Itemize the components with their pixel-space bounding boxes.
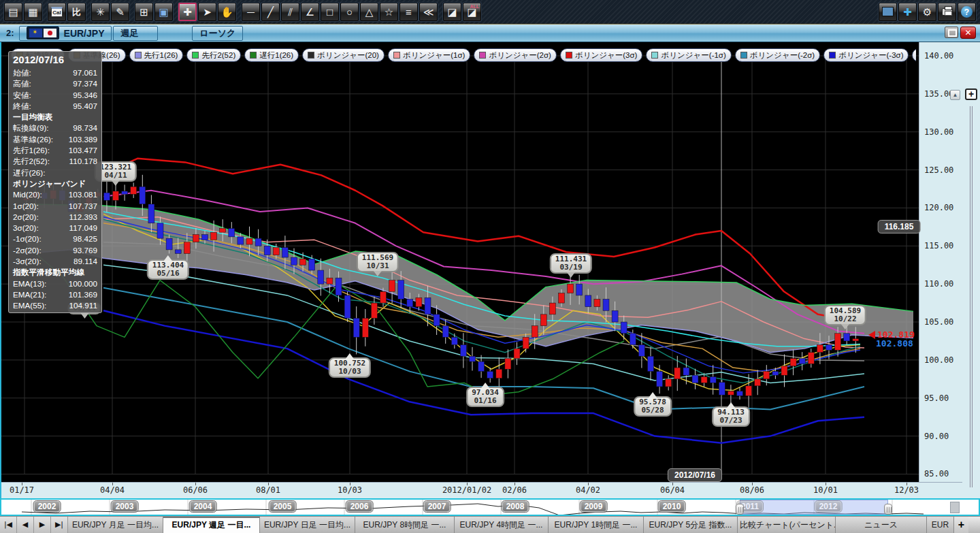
- rectangle-icon[interactable]: □: [321, 3, 339, 21]
- date-tick-label: 08/06: [740, 485, 764, 495]
- scroll-up-button[interactable]: ▲: [950, 90, 960, 100]
- settings-gear-icon[interactable]: ⚙: [918, 3, 936, 21]
- price-marker-label: 116.185: [878, 220, 921, 233]
- candle: [746, 386, 752, 396]
- legend-toggle-12[interactable]: EMA(13): [912, 48, 916, 62]
- legend-toggle-9[interactable]: ボリンジャー(-1σ): [646, 48, 731, 62]
- price-chart-canvas[interactable]: [1, 42, 919, 482]
- legend-toggle-3[interactable]: 先行2(52): [186, 48, 241, 62]
- legend-toggle-5[interactable]: ボリンジャー(20): [302, 48, 385, 62]
- price-axis[interactable]: 140.00135.00130.00125.00120.00115.00110.…: [919, 42, 962, 482]
- help-icon[interactable]: ?: [958, 3, 976, 21]
- tooltip-section-header: 指数平滑移動平均線: [13, 267, 97, 278]
- price-tick-label: 135.00: [924, 89, 953, 99]
- candle: [371, 303, 377, 318]
- candle: [817, 345, 823, 353]
- horizontal-line-icon[interactable]: ─: [242, 3, 260, 21]
- chart-tab-3[interactable]: EUR/JPY 8時間足 一...: [355, 517, 455, 533]
- symbol-selector[interactable]: EUR/JPY: [19, 26, 112, 41]
- year-badge-2005: 2005: [270, 501, 296, 512]
- date-tick-label: 12/03: [894, 485, 919, 495]
- year-badge-2004: 2004: [190, 501, 216, 512]
- restore-window-button[interactable]: [945, 27, 958, 38]
- new-chart-icon[interactable]: ▦: [24, 3, 42, 21]
- save-icon[interactable]: ▣: [154, 3, 173, 21]
- candle: [273, 248, 279, 255]
- candle: [630, 334, 636, 345]
- legend-toggle-10[interactable]: ボリンジャー(-2σ): [735, 48, 820, 62]
- chart-tab-1[interactable]: EUR/JPY 週足 一目...: [163, 517, 260, 533]
- main-toolbar: ▤▦Cal比✳✎⊞▣✚➤✋─╱⫽∠□○△☆≡≪◪◪ALL ✚⚙?: [0, 0, 980, 25]
- timeline-navigator[interactable]: 2002200320042005200620072008200920102011…: [0, 498, 980, 516]
- tooltip-section-header: 一目均衡表: [13, 112, 97, 123]
- navigator-end-box[interactable]: [950, 502, 960, 513]
- tab-scroll-last[interactable]: ▶|: [51, 517, 68, 533]
- selection-handle-left[interactable]: [736, 504, 744, 515]
- chart-tab-6[interactable]: EUR/JPY 5分足 指数...: [644, 517, 738, 533]
- swing-annotation: 111.56910/31: [357, 252, 399, 272]
- circle-icon[interactable]: ○: [340, 3, 359, 21]
- crosshair-icon[interactable]: ✚: [178, 3, 197, 21]
- add-tab-button[interactable]: +: [954, 517, 968, 533]
- selection-handle-right[interactable]: [884, 504, 892, 515]
- candle: [300, 259, 306, 265]
- timeframe-selector[interactable]: 週足: [113, 26, 158, 41]
- indicator-icon[interactable]: ✳: [91, 3, 110, 21]
- legend-color-swatch: [566, 52, 572, 59]
- legend-toggle-6[interactable]: ボリンジャー(1σ): [388, 48, 471, 62]
- hand-icon[interactable]: ✋: [218, 3, 236, 21]
- window-settings-icon[interactable]: ⊞: [135, 3, 153, 21]
- time-axis[interactable]: 01/1704/0406/0608/0110/032012/01/0202/06…: [1, 482, 962, 498]
- trend-line-icon[interactable]: ╱: [261, 3, 280, 21]
- chart-type-label: ローソク: [199, 27, 235, 39]
- candle: [211, 232, 217, 240]
- vertical-scrollbar-track[interactable]: [970, 106, 973, 487]
- pentagon-icon[interactable]: ☆: [380, 3, 398, 21]
- legend-color-swatch: [479, 52, 486, 59]
- calendar-icon[interactable]: Cal: [48, 3, 66, 21]
- candle: [246, 238, 252, 244]
- candle: [826, 345, 832, 351]
- chart-tab-5[interactable]: EUR/JPY 1時間足 一...: [549, 517, 644, 533]
- legend-toggle-11[interactable]: ボリンジャー(-3σ): [823, 48, 909, 62]
- candle: [434, 314, 440, 326]
- eraser-all-icon[interactable]: ◪ALL: [463, 3, 481, 21]
- angle-line-icon[interactable]: ∠: [301, 3, 319, 21]
- chart-tab-2[interactable]: EUR/JPY 日足 一目均...: [260, 517, 355, 533]
- legend-color-swatch: [308, 52, 314, 59]
- chart-tab-0[interactable]: EUR/JPY 月足 一目均...: [68, 517, 163, 533]
- chart-type-selector[interactable]: ローソク: [192, 26, 243, 41]
- compare-icon[interactable]: 比: [67, 3, 86, 21]
- fan-lines-icon[interactable]: ≪: [419, 3, 438, 21]
- legend-toggle-8[interactable]: ボリンジャー(3σ): [560, 48, 643, 62]
- candle: [781, 366, 787, 375]
- legend-toggle-2[interactable]: 先行1(26): [129, 48, 184, 62]
- cursor-icon[interactable]: ➤: [198, 3, 216, 21]
- chart-tab-8[interactable]: ニュース: [836, 517, 927, 533]
- tab-scroll-first[interactable]: |◀: [0, 517, 17, 533]
- chart-tab-7[interactable]: 比較チャート(パーセント...: [738, 517, 836, 533]
- triangle-icon[interactable]: △: [360, 3, 378, 21]
- chart-tab-4[interactable]: EUR/JPY 4時間足 一...: [455, 517, 549, 533]
- legend-toggle-7[interactable]: ボリンジャー(2σ): [474, 48, 557, 62]
- chart-tab-9[interactable]: EUR: [927, 517, 954, 533]
- date-tick-label: 04/02: [576, 485, 600, 495]
- fibonacci-lines-icon[interactable]: ≡: [399, 3, 418, 21]
- tab-scroll-next[interactable]: ▶: [34, 517, 51, 533]
- legend-toggle-4[interactable]: 遅行1(26): [244, 48, 299, 62]
- eraser-icon[interactable]: ◪: [443, 3, 461, 21]
- chart-window-titlebar: 2: EUR/JPY 週足 ローソク ✕: [0, 25, 980, 42]
- windows-layout-icon[interactable]: [879, 3, 897, 21]
- zoom-in-button[interactable]: +: [965, 88, 977, 100]
- draw-pencil-icon[interactable]: ✎: [111, 3, 129, 21]
- close-window-button[interactable]: ✕: [960, 27, 976, 39]
- expand-icon[interactable]: ✚: [898, 3, 917, 21]
- parallel-lines-icon[interactable]: ⫽: [281, 3, 299, 21]
- print-icon[interactable]: [938, 3, 956, 21]
- legend-label: ボリンジャー(3σ): [575, 50, 638, 61]
- tab-scroll-prev[interactable]: ◀: [17, 517, 34, 533]
- chart-list-icon[interactable]: ▤: [4, 3, 22, 21]
- candle: [621, 322, 627, 334]
- price-tick-label: 85.00: [924, 469, 949, 479]
- candle: [389, 280, 395, 292]
